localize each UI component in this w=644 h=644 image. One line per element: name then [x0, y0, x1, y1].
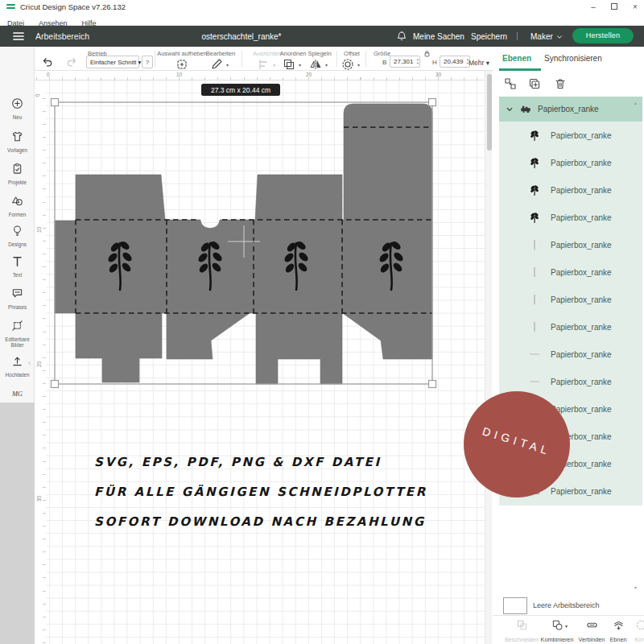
selection-handle[interactable] [429, 99, 436, 106]
sidebar-item-designs[interactable]: Designs [0, 225, 35, 247]
hline-icon [528, 348, 541, 361]
align-label: Ausrichten [253, 50, 281, 57]
offset-label: Offset [344, 50, 360, 57]
selection-dimensions: 27.3 cm x 20.44 cm [211, 86, 270, 94]
leaf-icon [528, 129, 541, 142]
cricut-design-space-window: Cricut Design Space v7.26.132 – × DateiA… [0, 0, 644, 644]
combine-icon [551, 619, 564, 631]
sidebar-item-phrases[interactable]: Phrases [0, 287, 35, 310]
dropdown-caret-icon[interactable]: ▾ [565, 623, 568, 629]
arrange-icon[interactable] [283, 58, 295, 71]
pencil-icon[interactable] [210, 58, 223, 71]
duplicate-icon[interactable] [528, 77, 541, 90]
sidebar-collapse-icon[interactable]: ‹ [28, 359, 31, 367]
arrange-label: Anordnen [280, 50, 307, 57]
maximize-icon[interactable] [605, 1, 623, 13]
align-caret-icon: ▾ [273, 62, 275, 68]
edit-label: Bearbeiten [206, 50, 235, 57]
shirt-icon [11, 130, 23, 142]
offset-caret-icon[interactable]: ▾ [357, 62, 360, 68]
svg-text:MG: MG [11, 390, 23, 398]
height-input[interactable]: 20,439▴▾ [440, 56, 470, 68]
sidebar-item-vorlagen[interactable]: Vorlagen [0, 130, 35, 153]
linetype-select[interactable]: Einfacher Schnitt ▾ [86, 56, 139, 68]
layer-row[interactable]: Papierbox_ranke [499, 258, 642, 286]
chevron-down-icon[interactable] [506, 105, 514, 114]
workspace-label: Arbeitsbereich [35, 31, 89, 41]
menubar: DateiAnsehenHilfe [0, 14, 644, 26]
selection-handle[interactable] [429, 381, 436, 388]
active-tab-underline [499, 68, 541, 71]
layer-row[interactable]: Papierbox_ranke [499, 231, 642, 258]
layer-row[interactable]: Papierbox_ranke [499, 313, 642, 341]
scrollbar-thumb[interactable] [487, 74, 492, 151]
sidebar-item-neu[interactable]: Neu [0, 97, 35, 120]
width-input[interactable]: 27,301▴▾ [390, 56, 420, 68]
more-button[interactable]: Mehr ▾ [469, 59, 489, 67]
lock-icon[interactable] [423, 49, 431, 58]
trash-icon[interactable] [554, 77, 567, 90]
sidebar-item-text[interactable]: Text [0, 255, 35, 278]
attach-icon[interactable] [504, 77, 517, 90]
selection-handle[interactable] [52, 99, 59, 106]
selection-handle[interactable] [52, 381, 59, 388]
scroll-down-icon[interactable]: ▾ [634, 584, 637, 590]
layer-group-row[interactable]: Papierbox_ranke [499, 97, 642, 122]
layer-row[interactable]: Papierbox_ranke [499, 176, 642, 204]
sidebar-item-projekte[interactable]: Projekte [0, 163, 35, 185]
bottom-tool-beschneiden: Beschneiden [503, 619, 540, 643]
marketing-line: FÜR ALLE GÄNGIGEN SCHNEIDPLOTTER [94, 485, 427, 499]
slice-icon [516, 619, 528, 631]
width-label: B [382, 59, 386, 66]
sidebar-item-formen[interactable]: Formen [0, 195, 35, 217]
save-link[interactable]: Speichern [471, 32, 507, 41]
width-stepper[interactable]: ▴▾ [417, 57, 419, 65]
monogram-icon: MG [11, 387, 23, 399]
layer-row[interactable]: Papierbox_ranke [499, 341, 642, 368]
dimension-tooltip: 27.3 cm x 20.44 cm [201, 84, 280, 96]
help-button[interactable]: ? [142, 56, 153, 68]
appbar-divider: | [516, 31, 518, 40]
my-stuff-link[interactable]: Meine Sachen [413, 32, 464, 41]
scroll-up-icon[interactable]: ▴ [634, 100, 637, 105]
digital-badge: DIGITAL [464, 391, 570, 497]
vline-icon [528, 293, 541, 306]
layer-row[interactable]: Papierbox_ranke [499, 286, 642, 313]
arrange-caret-icon[interactable]: ▾ [299, 62, 301, 68]
app-logo-icon [6, 4, 15, 10]
offset-icon[interactable] [341, 58, 354, 71]
layer-row[interactable]: Papierbox_ranke [499, 204, 642, 231]
bell-icon[interactable] [396, 31, 407, 42]
bulb-icon [11, 225, 23, 237]
tab-ebenen[interactable]: Ebenen [502, 54, 531, 63]
shapes-icon [11, 195, 23, 207]
tab-synchronisieren[interactable]: Synchronisieren [544, 54, 602, 63]
bottom-tool-kombinieren[interactable]: ▾Kombinieren [539, 619, 576, 643]
chat-icon [11, 287, 23, 299]
clipboard-icon [11, 163, 23, 175]
close-icon[interactable]: × [626, 1, 644, 13]
frame-arrows-icon [11, 320, 23, 332]
document-title[interactable]: osterschachtel_ranke* [177, 32, 306, 41]
minimize-icon[interactable]: – [584, 1, 602, 13]
make-it-button[interactable]: Herstellen [572, 28, 634, 43]
redo-icon[interactable] [65, 56, 78, 68]
canvas-scrollbar[interactable] [485, 71, 492, 644]
leaf-icon [528, 156, 541, 169]
edit-caret-icon[interactable]: ▾ [226, 62, 229, 68]
layer-row[interactable]: Papierbox_ranke [499, 122, 642, 149]
paperclip-icon [586, 619, 598, 631]
hamburger-icon[interactable] [12, 30, 25, 43]
deselect-icon[interactable] [175, 58, 188, 71]
sidebar-item-editierbare-bilder[interactable]: Editierbare Bilder [0, 320, 35, 348]
mirror-caret-icon[interactable]: ▾ [325, 62, 328, 68]
undo-icon[interactable] [41, 56, 54, 68]
layer-group-label: Papierbox_ranke [538, 105, 599, 114]
machine-select[interactable]: Maker [530, 32, 553, 41]
chevron-down-icon[interactable] [555, 33, 564, 41]
layer-row[interactable]: Papierbox_ranke [499, 149, 642, 176]
leaf-icon [528, 184, 541, 196]
workspace-color-swatch[interactable] [503, 597, 527, 614]
mirror-icon[interactable] [309, 58, 322, 71]
hline-icon [528, 375, 541, 388]
